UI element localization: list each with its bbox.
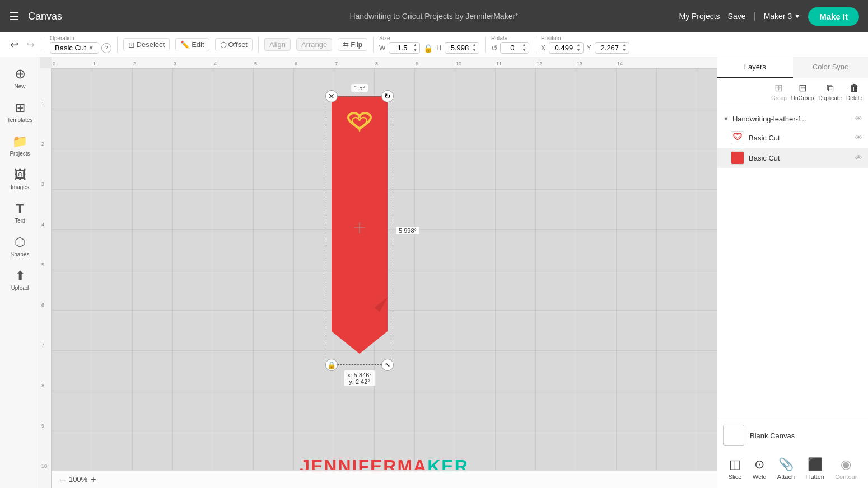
edit-icon: ✏️ xyxy=(180,40,190,49)
operation-help-button[interactable]: ? xyxy=(101,43,111,53)
layer-item-1[interactable]: Basic Cut 👁 xyxy=(717,128,868,148)
offset-icon: ⬡ xyxy=(220,40,227,49)
pos-y-input[interactable] xyxy=(598,44,622,52)
flatten-label: Flatten xyxy=(805,473,824,480)
layer-1-eye-icon[interactable]: 👁 xyxy=(855,133,862,142)
sidebar-item-upload[interactable]: ⬆ Upload xyxy=(3,264,37,295)
ruler-v-4: 4 xyxy=(41,222,44,227)
layer-2-eye-icon[interactable]: 👁 xyxy=(855,153,862,162)
ruler-mark-13: 13 xyxy=(577,61,582,67)
duplicate-button[interactable]: ⧉ Duplicate xyxy=(818,82,842,101)
ruler-v-3: 3 xyxy=(41,181,44,187)
rotate-input[interactable] xyxy=(503,44,522,52)
sidebar-item-templates[interactable]: ⊞ Templates xyxy=(3,96,37,128)
sidebar-item-shapes[interactable]: ⬡ Shapes xyxy=(3,231,37,262)
redo-button[interactable]: ↪ xyxy=(23,36,38,53)
pos-x-down-icon[interactable]: ▼ xyxy=(576,48,581,53)
ruler-mark-10: 10 xyxy=(456,61,461,67)
ungroup-icon: ⊟ xyxy=(799,82,807,94)
right-panel-bottom: Blank Canvas ◫ Slice ⊙ Weld 📎 Attach ⬛ xyxy=(717,419,868,488)
sidebar-item-shapes-label: Shapes xyxy=(11,251,30,257)
ungroup-button[interactable]: ⊟ UnGroup xyxy=(791,82,814,101)
canvas-workspace[interactable]: ✕ ↻ 🔒 ⤡ 1.5° 5.998° x: 5.846° y: 2.42° xyxy=(52,68,717,488)
layer-item-2[interactable]: Basic Cut 👁 xyxy=(717,148,868,168)
operation-label: Operation xyxy=(50,35,111,41)
weld-button[interactable]: ⊙ Weld xyxy=(753,457,767,480)
sidebar-item-upload-label: Upload xyxy=(11,285,29,291)
delete-icon: 🗑 xyxy=(850,82,860,94)
project-title: Handwriting to Cricut Projects by Jennif… xyxy=(349,12,518,21)
position-label: Position xyxy=(541,35,629,41)
machine-selector[interactable]: Maker 3 ▼ xyxy=(764,12,800,21)
pos-y-display: y: 2.42° xyxy=(349,378,370,385)
sidebar-item-projects[interactable]: 📁 Projects xyxy=(3,130,37,161)
position-label: x: 5.846° y: 2.42° xyxy=(344,370,375,386)
group-name: Handwriting-leather-f... xyxy=(732,115,806,123)
close-handle[interactable]: ✕ xyxy=(325,90,338,102)
tab-color-sync[interactable]: Color Sync xyxy=(793,57,869,78)
ruler-v-5: 5 xyxy=(41,262,44,268)
flip-label: Flip xyxy=(351,40,362,49)
group-button[interactable]: ⊞ Group xyxy=(771,82,787,101)
selected-object[interactable]: ✕ ↻ 🔒 ⤡ 1.5° 5.998° x: 5.846° y: 2.42° xyxy=(326,96,393,365)
operation-select[interactable]: Basic Cut ▼ xyxy=(50,42,99,54)
group-eye-icon[interactable]: 👁 xyxy=(855,114,862,123)
pos-y-down-icon[interactable]: ▼ xyxy=(622,48,627,53)
layers-content: ▼ Handwriting-leather-f... 👁 Basic Cut 👁 xyxy=(717,105,868,266)
align-button[interactable]: Align xyxy=(264,38,291,51)
sidebar-item-images[interactable]: 🖼 Images xyxy=(3,163,37,195)
machine-name: Maker 3 xyxy=(764,12,792,21)
pos-x-input[interactable] xyxy=(552,44,576,52)
edit-label: Edit xyxy=(192,40,204,49)
size-h-down-icon[interactable]: ▼ xyxy=(472,48,477,53)
sidebar-item-text[interactable]: T Text xyxy=(3,197,37,228)
lock-handle[interactable]: 🔒 xyxy=(325,359,338,371)
layer-1-swatch xyxy=(731,131,744,144)
ruler-v-6: 6 xyxy=(41,302,44,308)
attach-icon: 📎 xyxy=(778,457,794,472)
zoom-out-button[interactable]: – xyxy=(60,475,66,485)
main-area: ⊕ New ⊞ Templates 📁 Projects 🖼 Images T … xyxy=(0,57,868,488)
undo-button[interactable]: ↩ xyxy=(7,36,22,53)
slice-button[interactable]: ◫ Slice xyxy=(729,457,742,480)
size-label: Size xyxy=(379,35,479,41)
ruler-v-7: 7 xyxy=(41,342,44,348)
sidebar-item-new[interactable]: ⊕ New xyxy=(3,62,37,94)
size-w-label: W xyxy=(379,44,385,52)
group-label: Group xyxy=(771,95,787,101)
tab-layers[interactable]: Layers xyxy=(717,57,793,78)
ruler-left: 1 2 3 4 5 6 7 8 9 10 xyxy=(40,68,52,488)
left-sidebar: ⊕ New ⊞ Templates 📁 Projects 🖼 Images T … xyxy=(0,57,40,488)
delete-button[interactable]: 🗑 Delete xyxy=(846,82,862,101)
rotate-label: Rotate xyxy=(491,35,529,41)
offset-button[interactable]: ⬡ Offset xyxy=(215,38,253,51)
divider: | xyxy=(754,11,756,21)
edit-button[interactable]: ✏️ Edit xyxy=(175,38,209,51)
weld-icon: ⊙ xyxy=(754,457,764,472)
my-projects-button[interactable]: My Projects xyxy=(679,12,720,21)
scale-handle[interactable]: ⤡ xyxy=(381,359,394,371)
arrange-button[interactable]: Arrange xyxy=(296,38,332,51)
ruler-mark-5: 5 xyxy=(254,61,257,67)
canvas-label: Canvas xyxy=(28,11,62,22)
flip-button[interactable]: ⇆ Flip xyxy=(338,38,367,51)
attach-button[interactable]: 📎 Attach xyxy=(777,457,795,480)
canvas-area[interactable]: 0 1 2 3 4 5 6 7 8 9 10 11 12 13 14 1 2 3… xyxy=(40,57,717,488)
size-w-input[interactable] xyxy=(391,44,413,52)
menu-icon[interactable]: ☰ xyxy=(9,10,19,23)
zoom-in-button[interactable]: + xyxy=(91,475,96,485)
size-h-input[interactable] xyxy=(447,44,472,52)
ruler-mark-3: 3 xyxy=(174,61,176,67)
contour-button[interactable]: ◉ Contour xyxy=(835,457,857,480)
size-w-down-icon[interactable]: ▼ xyxy=(413,48,417,53)
flatten-button[interactable]: ⬛ Flatten xyxy=(805,457,824,480)
sidebar-item-projects-label: Projects xyxy=(10,151,30,157)
rotate-handle[interactable]: ↻ xyxy=(381,90,394,102)
save-button[interactable]: Save xyxy=(728,12,746,21)
templates-icon: ⊞ xyxy=(15,101,25,115)
deselect-button[interactable]: ⊡ Deselect xyxy=(123,38,170,51)
lock-aspect-icon[interactable]: 🔒 xyxy=(423,44,433,53)
layer-group-header[interactable]: ▼ Handwriting-leather-f... 👁 xyxy=(717,110,868,128)
rotate-down-icon[interactable]: ▼ xyxy=(522,48,526,53)
make-it-button[interactable]: Make It xyxy=(808,7,859,26)
